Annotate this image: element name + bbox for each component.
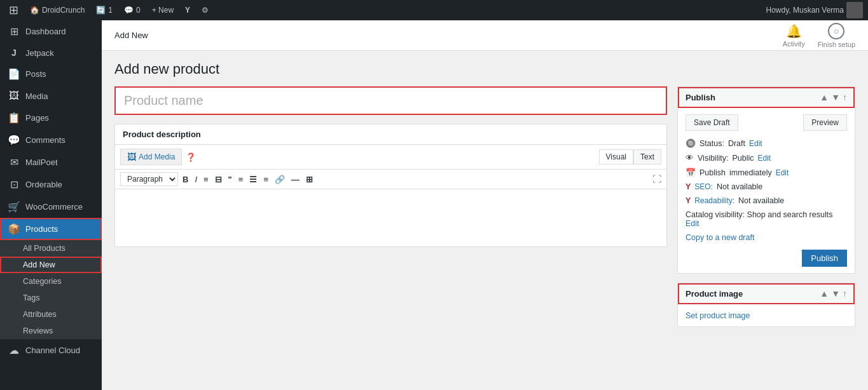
status-label: Status: [699, 139, 724, 148]
description-toolbar: 🖼 Add Media ❓ Visual Text [115, 145, 666, 170]
readability-label[interactable]: Readability: [694, 196, 734, 205]
paragraph-select[interactable]: Paragraph [120, 172, 178, 186]
page-heading: Add new product [114, 61, 855, 77]
sidebar-item-comments[interactable]: 💬 Comments [0, 129, 102, 151]
seo-label[interactable]: SEO: [694, 182, 713, 191]
visibility-row: 👁 Visibility: Public Edit [685, 153, 847, 163]
visual-tab[interactable]: Visual [599, 149, 633, 165]
add-media-button[interactable]: 🖼 Add Media [120, 149, 182, 165]
bold-button[interactable]: B [181, 173, 190, 185]
jetpack-icon: J [8, 48, 20, 58]
catalog-visibility-label: Catalog visibility: [685, 210, 745, 219]
sidebar: ⊞ Dashboard J Jetpack 📄 Posts 🖼 Media 📋 … [0, 20, 102, 390]
sidebar-label-pages: Pages [25, 113, 49, 123]
table-button[interactable]: ⊞ [304, 173, 315, 185]
top-right-icons: 🔔 Activity ○ Finish setup [783, 23, 855, 48]
comments-item[interactable]: 💬 0 [120, 0, 144, 20]
publish-panel-title: Publish [685, 93, 715, 102]
text-tab[interactable]: Text [633, 149, 661, 165]
save-draft-button[interactable]: Save Draft [685, 114, 738, 131]
finish-setup-icon-item[interactable]: ○ Finish setup [818, 23, 855, 48]
sidebar-item-media[interactable]: 🖼 Media [0, 85, 102, 107]
product-image-chevron-down-icon[interactable]: ▼ [831, 288, 840, 299]
sidebar-item-posts[interactable]: 📄 Posts [0, 63, 102, 85]
add-media-label: Add Media [139, 152, 175, 161]
activity-icon: 🔔 [786, 24, 802, 39]
updates-item[interactable]: 🔄 1 [92, 0, 116, 20]
sidebar-subitem-add-new[interactable]: Add New [0, 257, 102, 273]
visibility-edit-link[interactable]: Edit [757, 154, 771, 163]
set-product-image-link[interactable]: Set product image [685, 311, 750, 320]
sidebar-item-dashboard[interactable]: ⊞ Dashboard [0, 20, 102, 43]
admin-bar-right: Howdy, Muskan Verma [766, 2, 864, 18]
site-icon: 🏠 [30, 6, 39, 15]
new-content-item[interactable]: + New [148, 0, 177, 20]
yoast-item[interactable]: Y [181, 0, 194, 20]
product-name-input[interactable] [114, 86, 667, 115]
posts-icon: 📄 [8, 68, 20, 80]
preview-button[interactable]: Preview [803, 114, 847, 131]
unordered-list-button[interactable]: ≡ [202, 173, 210, 185]
status-icon: 🔘 [685, 138, 696, 148]
align-center-button[interactable]: ☰ [247, 173, 259, 185]
comment-icon: 💬 [124, 6, 134, 15]
sidebar-label-mailpoet: MailPoet [25, 158, 58, 167]
product-image-collapse-icon[interactable]: ↑ [843, 288, 847, 299]
sidebar-item-orderable[interactable]: ⊡ Orderable [0, 173, 102, 196]
catalog-visibility-edit-link[interactable]: Edit [685, 219, 847, 228]
content-topbar: Add New 🔔 Activity ○ Finish setup [102, 20, 868, 51]
sidebar-item-mailpoet[interactable]: ✉ MailPoet [0, 151, 102, 173]
sidebar-label-posts: Posts [25, 69, 46, 79]
align-right-button[interactable]: ≡ [261, 173, 270, 185]
add-media-icon: 🖼 [127, 152, 136, 162]
sidebar-label-woocommerce: WooCommerce [25, 202, 83, 212]
chevron-up-icon[interactable]: ▲ [820, 92, 829, 102]
editor-area[interactable] [115, 189, 666, 246]
sidebar-item-pages[interactable]: 📋 Pages [0, 107, 102, 129]
seo-icon: Y [685, 182, 691, 191]
product-image-panel-controls: ▲ ▼ ↑ [820, 288, 847, 299]
align-left-button[interactable]: ≡ [237, 173, 245, 185]
visibility-value: Public [732, 154, 754, 163]
collapse-icon[interactable]: ↑ [843, 92, 847, 102]
comments-icon: 💬 [8, 134, 20, 146]
settings-item[interactable]: ⚙ [198, 0, 212, 20]
product-image-chevron-up-icon[interactable]: ▲ [820, 288, 829, 299]
activity-icon-item[interactable]: 🔔 Activity [783, 24, 805, 48]
wp-logo-item[interactable]: ⊞ [5, 0, 22, 20]
calendar-icon: 📅 [685, 168, 696, 177]
yoast-icon: Y [185, 6, 190, 15]
sidebar-item-channel-cloud[interactable]: ☁ Channel Cloud [0, 339, 102, 361]
left-column: Product description 🖼 Add Media ❓ Visual… [114, 86, 667, 247]
sidebar-label-jetpack: Jetpack [25, 48, 54, 58]
expand-editor-button[interactable]: ⛶ [652, 174, 661, 184]
user-avatar[interactable] [846, 2, 863, 18]
product-image-panel-header: Product image ▲ ▼ ↑ [678, 283, 855, 304]
horizontal-rule-button[interactable]: — [289, 173, 301, 185]
sidebar-item-woocommerce[interactable]: 🛒 WooCommerce [0, 196, 102, 218]
blockquote-button[interactable]: " [226, 173, 234, 185]
seo-row: Y SEO: Not available [685, 182, 847, 191]
copy-draft-link[interactable]: Copy to a new draft [685, 233, 847, 242]
link-button[interactable]: 🔗 [273, 173, 287, 185]
sidebar-subitem-tags[interactable]: Tags [0, 290, 102, 306]
visibility-icon: 👁 [685, 153, 694, 163]
sidebar-item-products[interactable]: 📦 Products [0, 218, 102, 240]
publish-time-edit-link[interactable]: Edit [776, 168, 789, 177]
italic-button[interactable]: I [193, 173, 199, 185]
site-name: DroidCrunch [42, 6, 85, 15]
publish-button[interactable]: Publish [802, 250, 847, 267]
sidebar-item-jetpack[interactable]: J Jetpack [0, 43, 102, 63]
description-box-header: Product description [115, 124, 666, 145]
sidebar-subitem-categories[interactable]: Categories [0, 273, 102, 290]
product-image-title: Product image [685, 289, 743, 299]
sidebar-subitem-attributes[interactable]: Attributes [0, 306, 102, 323]
chevron-down-icon[interactable]: ▼ [831, 92, 840, 102]
status-edit-link[interactable]: Edit [749, 139, 762, 148]
publish-panel-controls: ▲ ▼ ↑ [820, 92, 847, 102]
ordered-list-button[interactable]: ⊟ [213, 173, 224, 185]
sidebar-subitem-all-products[interactable]: All Products [0, 240, 102, 257]
site-name-item[interactable]: 🏠 DroidCrunch [26, 0, 88, 20]
help-icon[interactable]: ❓ [186, 152, 196, 162]
sidebar-subitem-reviews[interactable]: Reviews [0, 323, 102, 339]
